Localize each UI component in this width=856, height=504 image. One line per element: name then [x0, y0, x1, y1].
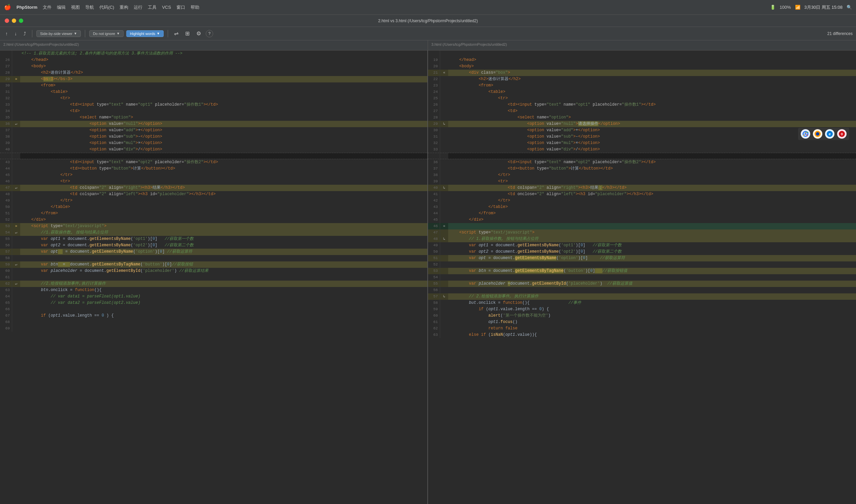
traffic-lights: [5, 18, 23, 23]
menu-item-edit[interactable]: 编辑: [57, 4, 66, 11]
nav-down-button[interactable]: ↓: [13, 30, 19, 37]
table-row: 37 <option value="add">+</option>: [0, 127, 427, 133]
table-row: [428, 51, 856, 57]
table-row: 52 </div>: [0, 217, 427, 223]
left-file-header: 2.html (/Users/tcg/PhpstormProjects/unti…: [0, 40, 428, 50]
gap-separator: [0, 153, 427, 159]
table-row: 51 </from>: [0, 210, 427, 217]
wifi-icon: 📶: [795, 5, 800, 10]
table-row: 26 <td><input type="text" name="opt1" pl…: [428, 102, 856, 108]
table-row: 54 ↵ //1.获取操作数, 按钮与结果占位符: [0, 230, 427, 236]
table-row: 47 <script type="text/javascript">: [428, 230, 856, 236]
menu-item-run[interactable]: 运行: [134, 4, 142, 11]
table-row: 63 else if (isNaN(opt1.value)){: [428, 332, 856, 338]
search-icon[interactable]: 🔍: [846, 5, 852, 10]
table-row: 57 var opt = document.getElementsByName(…: [0, 249, 427, 255]
highlight-dropdown[interactable]: Highlight words ▼: [126, 30, 164, 37]
gap-separator: [428, 153, 856, 159]
left-diff-panel: <!-- 1.获取页面元素的方法; 2.条件判断语句的使用方法 3.事件方法函数…: [0, 51, 428, 504]
table-row: 69: [0, 325, 427, 332]
menu-item-help[interactable]: 帮助: [191, 4, 199, 11]
menu-item-navigate[interactable]: 导航: [85, 4, 94, 11]
jump-button[interactable]: ⤴: [21, 30, 28, 37]
table-row: 43 <td><input type="text" name="opt2" pl…: [0, 159, 427, 165]
table-row: 46 «: [428, 223, 856, 230]
table-row: 68: [0, 319, 427, 325]
table-row: 49 </tr>: [0, 198, 427, 204]
table-row: 39 <tr>: [428, 178, 856, 185]
table-row: 27 <td>: [428, 108, 856, 114]
battery-icon: 🔋: [770, 5, 775, 10]
title-bar: 2.html vs 3.html (/Users/tcg/PhpstormPro…: [0, 15, 856, 27]
table-row: 44 <td><button type="button">计算</button>…: [0, 165, 427, 172]
left-panel-content[interactable]: <!-- 1.获取页面元素的方法; 2.条件判断语句的使用方法 3.事件方法函数…: [0, 51, 427, 504]
table-row: <!-- 1.获取页面元素的方法; 2.条件判断语句的使用方法 3.事件方法函数…: [0, 51, 427, 57]
ie-icon: e: [825, 129, 835, 139]
table-row: 48 <td colspan="2" align="left"><h3 id="…: [0, 191, 427, 198]
settings-icon[interactable]: ⚙: [194, 30, 203, 37]
nav-up-button[interactable]: ↑: [3, 30, 10, 37]
svg-point-5: [816, 132, 819, 136]
sync-icon[interactable]: ⇌: [172, 30, 180, 37]
close-button[interactable]: [5, 18, 9, 23]
app-name: PhpStorm: [17, 5, 37, 10]
minimize-button[interactable]: [12, 18, 16, 23]
separator-2: [85, 30, 85, 37]
right-diff-panel: e O 19 </head>: [428, 51, 856, 504]
table-row: 56 var opt2 = document.getElementsByName…: [0, 242, 427, 249]
table-row: 31 <option value="sub">-</option>: [428, 133, 856, 140]
grid-icon[interactable]: ⊞: [183, 30, 192, 37]
viewer-dropdown[interactable]: Side-by-side viewer ▼: [36, 30, 81, 37]
table-row: 28 <select name="option">: [428, 114, 856, 121]
table-row: 43 </table>: [428, 204, 856, 210]
battery-percent: 100%: [780, 5, 791, 10]
table-row: 49 var opt1 = document.getElementsByName…: [428, 242, 856, 249]
svg-point-3: [804, 133, 806, 135]
menubar-right: 🔋 100% 📶 3月30日 周五 15:08 🔍: [770, 4, 852, 11]
table-row: 20 <body>: [428, 63, 856, 70]
table-row: 58: [0, 255, 427, 262]
table-row: 30 <option value="add">+</option>: [428, 127, 856, 133]
table-row: 53 var btn = document.getElementsByTagNa…: [428, 268, 856, 274]
table-row: 45 </tr>: [0, 172, 427, 178]
table-row: 34 <td>: [0, 108, 427, 114]
table-row: 44 </from>: [428, 210, 856, 217]
menu-item-refactor[interactable]: 重构: [120, 4, 128, 11]
menu-item-file[interactable]: 文件: [43, 4, 52, 11]
menu-item-vcs[interactable]: VCS: [162, 5, 171, 10]
viewer-dropdown-arrow: ▼: [74, 32, 77, 35]
diff-count: 21 differences: [827, 31, 853, 36]
table-row: 32 <option value="mul">×</option>: [428, 140, 856, 146]
table-row: 50 var opt2 = document.getElementsByName…: [428, 249, 856, 255]
browser-logos: e O: [798, 128, 849, 140]
table-row: 67 if (opt1.value.length == 0 ) {: [0, 312, 427, 319]
menu-item-window[interactable]: 窗口: [176, 4, 185, 11]
diff-area: <!-- 1.获取页面元素的方法; 2.条件判断语句的使用方法 3.事件方法函数…: [0, 51, 856, 504]
table-row: 33 <option value="div">/</option>: [428, 146, 856, 153]
highlight-label: Highlight words: [130, 32, 155, 36]
table-row: 29 » <bs-3></bs-3>: [0, 76, 427, 83]
table-row: 47 ↵ <td colspan="2" align="right"><h3>结…: [0, 185, 427, 191]
ignore-dropdown[interactable]: Do not ignore ▼: [89, 30, 124, 37]
table-row: 38 </tr>: [428, 172, 856, 178]
table-row: 62 ↵ //2.给按钮添加事件,执行计算操作: [0, 281, 427, 287]
menu-item-code[interactable]: 代码(C): [99, 4, 114, 11]
table-row: 59 ↵ var btn = document.getElementsByTag…: [0, 262, 427, 268]
table-row: 19 </head>: [428, 57, 856, 63]
table-row: 45 </div>: [428, 217, 856, 223]
table-row: 22 <h2>迷你计算器</h2>: [428, 76, 856, 83]
table-row: 55 var opt1 = document.getElementsByName…: [0, 236, 427, 242]
menu-item-tools[interactable]: 工具: [148, 4, 157, 11]
right-panel-content[interactable]: e O 19 </head>: [428, 51, 856, 504]
right-file-header: 3.html (/Users/tcg/PhpstormProjects/unti…: [428, 40, 856, 50]
table-row: 26 </head>: [0, 57, 427, 63]
help-icon[interactable]: ?: [206, 30, 213, 37]
table-row: 51 var opt = document.getElenentsByName(…: [428, 255, 856, 262]
table-row: 46 <tr>: [0, 178, 427, 185]
right-file-header-text: 3.html (/Users/tcg/PhpstormProjects/unti…: [431, 42, 507, 47]
table-row: 65 // var data2 = parseFloat(opt2.value): [0, 300, 427, 306]
table-row: 28 <h2>迷你计算器</h2>: [0, 70, 427, 76]
menu-item-view[interactable]: 视图: [71, 4, 80, 11]
zoom-button[interactable]: [19, 18, 23, 23]
ignore-dropdown-arrow: ▼: [117, 32, 120, 35]
